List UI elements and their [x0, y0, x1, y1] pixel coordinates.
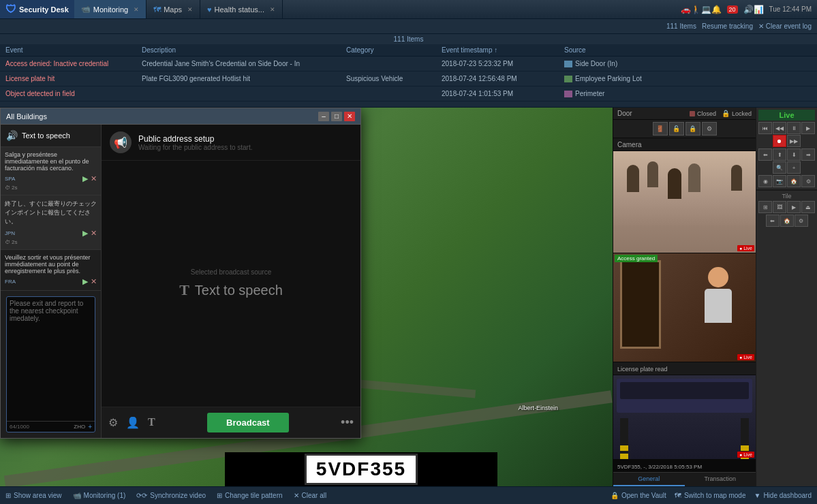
tab-monitoring[interactable]: 📹 Monitoring ✕ — [74, 0, 147, 18]
tile-btn-4[interactable]: ⏏ — [801, 201, 815, 213]
col-event: Event — [0, 44, 136, 56]
lpr-info: 5VDF355, -, 3/22/2018 5:05:53 PM — [617, 464, 702, 470]
change-tile-btn[interactable]: ⊞ Change tile pattern — [217, 492, 283, 499]
table-row[interactable]: License plate hit Plate FGL3090 generate… — [0, 72, 817, 86]
broadcast-text-input[interactable] — [7, 297, 95, 421]
tile-btn-6[interactable]: 🏠 — [780, 215, 794, 227]
cam-ctrl-3[interactable]: ⬇ — [787, 148, 801, 161]
tts-play-3[interactable]: ▶ — [82, 277, 88, 286]
source-icon — [564, 61, 572, 67]
cam-ctrl-9[interactable]: 🏠 — [787, 175, 801, 187]
user-icon[interactable]: 👤 — [126, 416, 140, 429]
add-lang-btn[interactable]: + — [88, 423, 92, 430]
settings-icon[interactable]: ⚙ — [108, 416, 118, 429]
synchronize-video-btn[interactable]: ⟳⟳ Synchronize video — [136, 492, 206, 499]
clear-event-log-btn[interactable]: ✕ Clear event log — [758, 22, 812, 30]
tab-maps[interactable]: 🗺 Maps ✕ — [147, 0, 200, 18]
open-vault-btn[interactable]: 🔒 Open the Vault — [611, 492, 666, 499]
lock-icon: 🔒 — [722, 110, 730, 117]
clear-icon: ✕ — [294, 492, 299, 499]
event-cell-src: Side Door (In) — [559, 59, 817, 69]
camera-feed-door[interactable]: Access granted ● Live — [613, 253, 756, 362]
door-btn-2[interactable]: 🔓 — [669, 122, 684, 136]
tile-panel-title: Tile — [758, 193, 815, 200]
broadcast-button[interactable]: Broadcast — [207, 413, 289, 432]
tile-btn-5[interactable]: ⬅ — [766, 215, 780, 227]
taskbar-right: 🚗🚶💻🔔 20 🔊📊 Tue 12:44 PM — [681, 5, 817, 14]
table-row[interactable]: Access denied: Inactive credential Crede… — [0, 57, 817, 72]
monitoring-btn[interactable]: 📹 Monitoring (1) — [73, 492, 126, 499]
tts-text-3: Veuillez sortir et vous présenter immédi… — [5, 254, 97, 274]
cam-rew-btn[interactable]: ◀◀ — [773, 122, 786, 134]
more-options-btn[interactable]: ••• — [341, 415, 354, 430]
cam-ctrl-6[interactable]: + — [787, 161, 801, 174]
camera-feed-lobby[interactable]: ● Live — [613, 151, 756, 253]
cam-ctrl-10[interactable]: ⚙ — [801, 175, 815, 187]
show-area-view-btn[interactable]: ⊞ Show area view — [5, 492, 62, 499]
closed-indicator — [690, 111, 695, 116]
event-cell-desc — [136, 89, 341, 99]
event-cell-event: Access denied: Inactive credential — [0, 59, 136, 69]
cam-prev-btn[interactable]: ⏮ — [758, 122, 772, 134]
dialog-title: All Buildings — [6, 112, 318, 121]
table-row[interactable]: Object detected in field 2018-07-24 1:01… — [0, 86, 817, 101]
tts-item-2[interactable]: 終了し、すぐに最寄りのチェックインポイントに報告してください。 JPN ▶ ✕ … — [1, 195, 101, 250]
text-format-icon[interactable]: T — [148, 416, 155, 429]
cam-pause-btn[interactable]: ⏸ — [787, 122, 801, 134]
cam-ctrl-8[interactable]: 📷 — [773, 175, 786, 187]
feed-live-3: ● Live — [737, 452, 754, 458]
tile-btn-2[interactable]: 🖼 — [773, 201, 786, 213]
tts-delete-2[interactable]: ✕ — [91, 229, 97, 238]
resume-tracking-btn[interactable]: Resume tracking — [702, 22, 753, 30]
feed-live-1: ● Live — [737, 245, 754, 251]
cam-play-btn[interactable]: ▶ — [801, 122, 815, 134]
lpr-plate-area: 5VDF355 — [225, 452, 497, 486]
tab-transaction[interactable]: Transaction — [685, 473, 756, 486]
tts-play-2[interactable]: ▶ — [82, 229, 88, 238]
broadcast-source-value: Text to speech — [195, 283, 283, 298]
tile-btn-1[interactable]: ⊞ — [758, 201, 772, 213]
cam-ctrl-4[interactable]: ➡ — [801, 148, 815, 161]
map-area[interactable]: HQ Montreal Island Albert-Einstein ● Par… — [0, 108, 613, 486]
event-cell-ts: 2018-07-24 12:56:48 PM — [436, 74, 559, 84]
door-btn-1[interactable]: 🚪 — [653, 122, 668, 136]
cam-ctrl-1[interactable]: ⬅ — [758, 148, 772, 161]
tts-delete-3[interactable]: ✕ — [91, 277, 97, 286]
camera-feed-lpr[interactable]: ● Live — [613, 375, 756, 459]
hide-dashboard-btn[interactable]: ▼ Hide dashboard — [754, 492, 812, 499]
cam-ctrl-7[interactable]: ◉ — [758, 175, 772, 187]
source-icon — [564, 91, 572, 97]
area-view-icon: ⊞ — [5, 492, 11, 499]
event-cell-ts: 2018-07-23 5:23:32 PM — [436, 59, 559, 69]
tile-btn-7[interactable]: ⚙ — [795, 215, 808, 227]
taskbar: 🛡 Security Desk 📹 Monitoring ✕ 🗺 Maps ✕ … — [0, 0, 817, 19]
app-brand: 🛡 Security Desk — [0, 0, 74, 18]
door-btn-3[interactable]: 🔒 — [685, 122, 700, 136]
tile-btn-3[interactable]: ▶ — [787, 201, 801, 213]
door-status-locked: Locked — [732, 110, 752, 117]
tts-duration-2: 2s — [12, 239, 17, 245]
pa-title: Public address setup — [138, 134, 253, 144]
source-icon — [564, 76, 572, 82]
col-category: Category — [341, 44, 436, 56]
dialog-maximize-btn[interactable]: □ — [331, 112, 342, 121]
tts-item-3[interactable]: Veuillez sortir et vous présenter immédi… — [1, 250, 101, 291]
dialog-minimize-btn[interactable]: – — [318, 112, 329, 121]
door-btn-4[interactable]: ⚙ — [702, 122, 717, 136]
cam-ff-btn[interactable]: ▶▶ — [787, 135, 801, 147]
tts-item-1[interactable]: Salga y preséntese inmediatamente en el … — [1, 147, 101, 195]
switch-map-btn[interactable]: 🗺 Switch to map mode — [675, 492, 746, 499]
tab-general[interactable]: General — [613, 473, 685, 486]
tts-text-1: Salga y preséntese inmediatamente en el … — [5, 151, 97, 172]
tab-health[interactable]: ♥ Health status... ✕ — [200, 0, 283, 18]
tts-play-1[interactable]: ▶ — [82, 174, 88, 183]
tts-delete-1[interactable]: ✕ — [91, 174, 97, 183]
cam-ctrl-5[interactable]: 🔍 — [773, 161, 786, 174]
broadcast-dialog: All Buildings – □ ✕ 🔊 Text to speech — [0, 108, 361, 439]
cam-rec-btn[interactable]: ⏺ — [773, 135, 786, 147]
dialog-close-btn[interactable]: ✕ — [344, 112, 355, 121]
vault-icon: 🔒 — [611, 492, 619, 499]
cam-ctrl-2[interactable]: ⬆ — [773, 148, 786, 161]
event-cell-cat — [341, 89, 436, 99]
clear-all-btn[interactable]: ✕ Clear all — [294, 492, 327, 499]
